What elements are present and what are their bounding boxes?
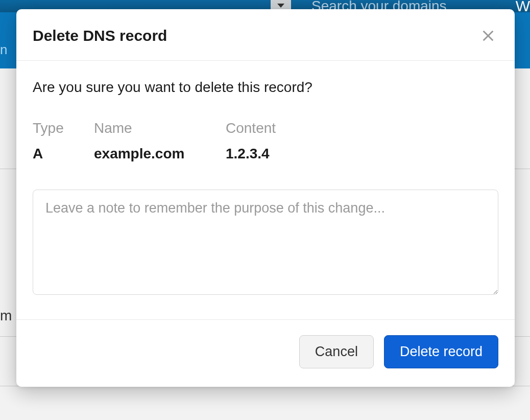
- delete-record-button[interactable]: Delete record: [384, 335, 498, 368]
- delete-dns-record-modal: Delete DNS record Are you sure you want …: [16, 9, 515, 387]
- value-name: example.com: [94, 146, 226, 162]
- modal-title: Delete DNS record: [33, 27, 167, 44]
- modal-header: Delete DNS record: [16, 9, 515, 61]
- value-type: A: [33, 146, 94, 162]
- header-name: Name: [94, 120, 226, 136]
- cancel-button[interactable]: Cancel: [299, 335, 374, 368]
- confirmation-text: Are you sure you want to delete this rec…: [33, 79, 498, 96]
- value-content: 1.2.3.4: [226, 146, 498, 162]
- header-content: Content: [226, 120, 498, 136]
- close-icon: [481, 29, 495, 43]
- close-button[interactable]: [478, 26, 498, 46]
- record-table: Type Name Content A example.com 1.2.3.4: [33, 120, 498, 162]
- note-textarea[interactable]: [33, 190, 498, 295]
- modal-footer: Cancel Delete record: [16, 319, 515, 387]
- header-type: Type: [33, 120, 94, 136]
- modal-body: Are you sure you want to delete this rec…: [16, 61, 515, 319]
